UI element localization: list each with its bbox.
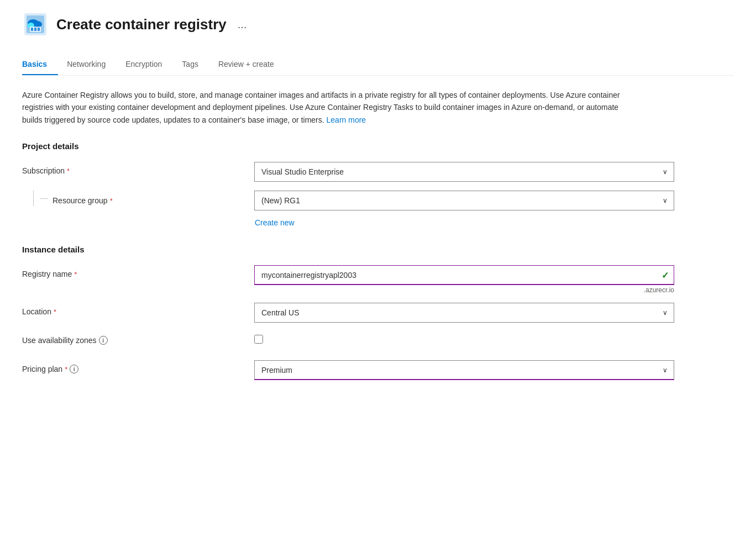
pricing-plan-info-icon[interactable]: i: [70, 365, 78, 373]
location-required: *: [54, 308, 56, 316]
location-label: Location *: [22, 303, 254, 316]
resource-group-indent: Resource group *: [22, 191, 254, 206]
pricing-plan-select-wrapper: Basic Standard Premium ∨: [254, 360, 674, 380]
resource-group-label: Resource group *: [53, 192, 113, 205]
registry-name-valid-icon: ✓: [662, 270, 669, 281]
resource-group-row: Resource group * (New) RG1 ∨: [22, 191, 734, 210]
subscription-control: Visual Studio Enterprise ∨: [254, 162, 674, 182]
registry-name-required: *: [74, 270, 77, 278]
registry-name-suffix: .azurecr.io: [254, 286, 674, 294]
location-select[interactable]: Central US: [254, 303, 674, 323]
availability-zones-row: Use availability zones i: [22, 331, 734, 351]
pricing-plan-label: Pricing plan * i: [22, 360, 254, 373]
location-select-wrapper: Central US ∨: [254, 303, 674, 323]
pricing-plan-select[interactable]: Basic Standard Premium: [254, 360, 674, 380]
availability-zones-control: [254, 331, 674, 344]
page-header: Create container registry ...: [22, 11, 734, 38]
registry-name-input-wrapper: ✓: [254, 265, 674, 285]
instance-details-section: Instance details Registry name * ✓ .azur…: [22, 245, 734, 380]
tab-review-create[interactable]: Review + create: [218, 54, 285, 75]
tab-networking[interactable]: Networking: [67, 54, 117, 75]
availability-zones-checkbox-wrapper: [254, 331, 674, 344]
pricing-plan-row: Pricing plan * i Basic Standard Premium …: [22, 360, 734, 380]
subscription-row: Subscription * Visual Studio Enterprise …: [22, 162, 734, 182]
page-description: Azure Container Registry allows you to b…: [22, 89, 630, 126]
location-row: Location * Central US ∨: [22, 303, 734, 323]
registry-icon: [22, 11, 49, 38]
tab-bar: Basics Networking Encryption Tags Review…: [22, 54, 734, 76]
availability-zones-info-icon[interactable]: i: [99, 336, 108, 345]
availability-zones-checkbox[interactable]: [254, 335, 263, 344]
registry-name-input[interactable]: [254, 265, 674, 285]
learn-more-link[interactable]: Learn more: [327, 115, 366, 124]
svg-rect-6: [31, 28, 33, 31]
instance-details-heading: Instance details: [22, 245, 734, 254]
location-control: Central US ∨: [254, 303, 674, 323]
tab-basics[interactable]: Basics: [22, 54, 58, 75]
page-container: Create container registry ... Basics Net…: [0, 0, 756, 420]
availability-zones-label: Use availability zones i: [22, 331, 254, 345]
subscription-select-wrapper: Visual Studio Enterprise ∨: [254, 162, 674, 182]
description-text: Azure Container Registry allows you to b…: [22, 91, 620, 124]
tab-encryption[interactable]: Encryption: [125, 54, 173, 75]
tab-tags[interactable]: Tags: [182, 54, 209, 75]
more-options-button[interactable]: ...: [238, 18, 247, 31]
subscription-required: *: [67, 167, 70, 175]
svg-rect-7: [34, 28, 36, 31]
project-details-section: Project details Subscription * Visual St…: [22, 141, 734, 227]
subscription-select[interactable]: Visual Studio Enterprise: [254, 162, 674, 182]
resource-group-select-wrapper: (New) RG1 ∨: [254, 191, 674, 210]
resource-group-indent-line: Resource group *: [33, 191, 254, 206]
subscription-label: Subscription *: [22, 162, 254, 175]
pricing-plan-control: Basic Standard Premium ∨: [254, 360, 674, 380]
svg-rect-8: [38, 28, 40, 31]
resource-group-select[interactable]: (New) RG1: [254, 191, 674, 210]
registry-name-row: Registry name * ✓ .azurecr.io: [22, 265, 734, 294]
create-new-link[interactable]: Create new: [255, 218, 295, 227]
resource-group-required: *: [110, 197, 113, 205]
page-title: Create container registry: [56, 16, 227, 33]
resource-group-control: (New) RG1 ∨: [254, 191, 674, 210]
rg-horizontal-line: [40, 198, 48, 199]
project-details-heading: Project details: [22, 141, 734, 151]
registry-name-control: ✓ .azurecr.io: [254, 265, 674, 294]
pricing-plan-required: *: [65, 365, 67, 373]
create-new-wrapper: Create new: [255, 215, 734, 227]
registry-name-label: Registry name *: [22, 265, 254, 278]
rg-vertical-line: [33, 191, 34, 206]
